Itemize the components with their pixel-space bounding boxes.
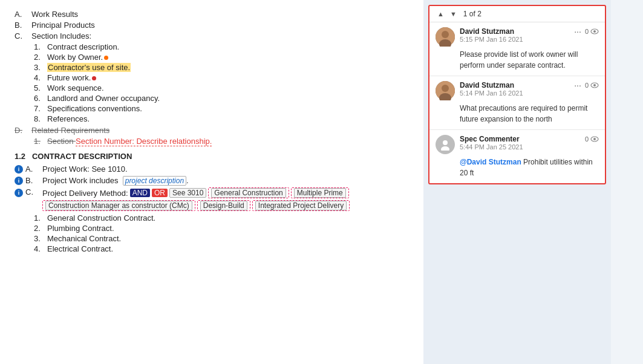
comment-1-body: Please provide list of work owner will p… <box>436 49 599 71</box>
cmc-tag: Construction Manager as constructor (CMc… <box>45 201 192 210</box>
comment-3-header: Spec Commenter 5:44 PM Jan 25 2021 0 <box>436 135 599 154</box>
sidebar: ▲ ▼ 1 of 2 David Stutzman 5:15 PM Jan 16… <box>423 0 611 364</box>
comment-1-meta: David Stutzman 5:15 PM Jan 16 2021 <box>460 27 569 43</box>
comment-3-time: 5:44 PM Jan 25 2021 <box>460 143 580 151</box>
section-c: C. Section Includes: 1. Contract descrip… <box>15 31 409 123</box>
svg-point-4 <box>593 30 596 33</box>
delivery-method-container: Project Delivery Method: AND OR See 3010… <box>42 187 409 211</box>
comment-3-author: Spec Commenter <box>460 135 580 143</box>
comment-2-actions: ··· 0 <box>574 81 599 89</box>
contract-b: i B. Project Work includes project descr… <box>15 176 409 185</box>
contract-subitem-1: 1. General Construction Contract. <box>34 213 409 223</box>
section-d-subitems: 1. Section Section Number: Describe rela… <box>34 137 409 146</box>
document-content: A. Work Results B. Principal Products C.… <box>0 0 423 364</box>
integrated-tag: Integrated Project Delivery <box>255 201 347 210</box>
or-tag: OR <box>152 189 168 197</box>
svg-point-13 <box>593 138 596 140</box>
svg-point-1 <box>442 31 449 38</box>
info-icon-a: i <box>15 165 23 174</box>
general-construction-tag: General Construction <box>211 188 286 198</box>
comment-1-author: David Stutzman <box>460 27 569 36</box>
section-a: A. Work Results <box>15 10 409 19</box>
comment-2-time: 5:14 PM Jan 16 2021 <box>460 89 569 97</box>
section-c-header: C. Section Includes: <box>15 31 409 41</box>
subitem-3: 3. Contractor's use of site. <box>34 63 409 72</box>
eye-icon-1 <box>590 27 599 36</box>
avatar-david-2 <box>436 81 455 100</box>
comment-3-mention: @David Stutzman <box>460 158 521 166</box>
contract-subitem-2: 2. Plumbing Contract. <box>34 224 409 233</box>
mechanical-contract-text: Mechanical Contract. <box>47 234 121 243</box>
avatar-david-1 <box>436 27 455 47</box>
eye-icon-2 <box>590 81 599 89</box>
comment-3-votes: 0 <box>585 135 599 143</box>
comment-1-time: 5:15 PM Jan 16 2021 <box>460 36 569 43</box>
subitem-1: 1. Contract description. <box>34 42 409 51</box>
contract-subitem-4: 4. Electrical Contract. <box>34 244 409 253</box>
section-a-text: Work Results <box>31 10 78 19</box>
comment-1-header: David Stutzman 5:15 PM Jan 16 2021 ··· 0 <box>436 27 599 47</box>
section-c-text: Section Includes: <box>31 31 91 41</box>
section-d: D. Related Requirements 1. Section Secti… <box>15 126 409 146</box>
design-build-tag: Design-Build <box>200 201 247 210</box>
eye-icon-3 <box>590 135 599 143</box>
avatar-spec-commenter <box>436 135 455 154</box>
svg-point-9 <box>593 84 596 86</box>
comment-2: David Stutzman 5:14 PM Jan 16 2021 ··· 0… <box>429 76 605 130</box>
person-icon <box>439 138 451 151</box>
contract-a: i A. Project Work: See 1010. <box>15 164 409 174</box>
contract-subitem-3: 3. Mechanical Contract. <box>34 234 409 243</box>
nav-up-button[interactable]: ▲ <box>436 10 446 18</box>
comment-1-votes: 0 <box>585 27 599 36</box>
contract-description-title: 1.2 CONTRACT DESCRIPTION <box>15 152 409 161</box>
subitem-6: 6. Landlord and Owner occupancy. <box>34 94 409 103</box>
comment-2-author: David Stutzman <box>460 81 569 89</box>
svg-point-6 <box>442 85 449 92</box>
section-c-subitems: 1. Contract description. 2. Work by Owne… <box>34 42 409 123</box>
comment-3-actions: 0 <box>585 135 599 143</box>
subitem-5: 5. Work sequence. <box>34 83 409 93</box>
comment-3-meta: Spec Commenter 5:44 PM Jan 25 2021 <box>460 135 580 151</box>
info-icon-c: i <box>15 189 23 197</box>
subitem-8: 8. References. <box>34 114 409 123</box>
comment-1-actions: ··· 0 <box>574 27 599 36</box>
electrical-contract-text: Electrical Contract. <box>47 244 113 253</box>
comment-3-body: @David Stutzman Prohibit utilities withi… <box>436 157 599 178</box>
section-d-subitem-1: 1. Section Section Number: Describe rela… <box>34 137 409 146</box>
svg-point-10 <box>443 140 448 145</box>
see-3010-tag: See 3010 <box>169 188 206 198</box>
comment-3: Spec Commenter 5:44 PM Jan 25 2021 0 @Da… <box>429 130 605 183</box>
and-tag: AND <box>130 189 150 197</box>
comment-1: David Stutzman 5:15 PM Jan 16 2021 ··· 0… <box>429 22 605 76</box>
subitem-4: 4. Future work. <box>34 73 409 82</box>
section-d-text: Related Requirements <box>31 126 109 135</box>
subitem-2: 2. Work by Owner. <box>34 53 409 62</box>
comment-2-body: What precautions are required to permit … <box>436 103 599 125</box>
nav-down-button[interactable]: ▼ <box>448 10 459 18</box>
section-d-header: D. Related Requirements <box>15 126 409 135</box>
comment-panel-header: ▲ ▼ 1 of 2 <box>429 6 605 22</box>
comment-2-header: David Stutzman 5:14 PM Jan 16 2021 ··· 0 <box>436 81 599 100</box>
comment-2-votes: 0 <box>585 81 599 89</box>
multiple-prime-tag: Multiple Prime <box>294 188 346 198</box>
subitem-7: 7. Specifications conventions. <box>34 104 409 113</box>
comment-1-menu-button[interactable]: ··· <box>574 27 581 36</box>
orange-dot-indicator <box>104 56 108 60</box>
section-b: B. Principal Products <box>15 21 409 30</box>
delivery-method-row: Project Delivery Method: AND OR See 3010… <box>42 187 409 211</box>
comment-2-menu-button[interactable]: ··· <box>574 81 581 89</box>
info-icon-b: i <box>15 177 23 185</box>
contract-c-subitems: 1. General Construction Contract. 2. Plu… <box>34 213 409 253</box>
contract-c: i C. Project Delivery Method: AND OR See… <box>15 187 409 211</box>
plumbing-contract-text: Plumbing Contract. <box>47 224 114 233</box>
section-b-text: Principal Products <box>31 21 95 30</box>
section-b-label: B. <box>15 21 31 30</box>
red-dot-indicator <box>92 76 96 80</box>
comment-counter: 1 of 2 <box>463 10 481 18</box>
comment-2-meta: David Stutzman 5:14 PM Jan 16 2021 <box>460 81 569 97</box>
svg-point-11 <box>441 146 449 151</box>
comment-panel: ▲ ▼ 1 of 2 David Stutzman 5:15 PM Jan 16… <box>428 5 606 184</box>
section-a-label: A. <box>15 10 31 19</box>
